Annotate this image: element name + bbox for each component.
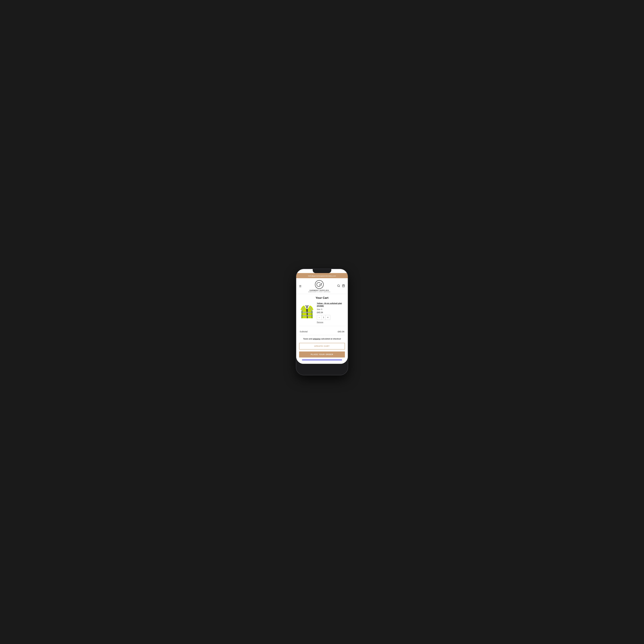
subtotal-row: Subtotal £43.34 (299, 328, 345, 335)
bottom-blue-bar (302, 359, 342, 360)
quantity-control: - 1 + (317, 315, 330, 320)
search-icon[interactable] (337, 284, 340, 288)
subtotal-value: £43.34 (338, 330, 344, 333)
phone-notch (313, 269, 331, 273)
product-vest-svg (300, 303, 314, 320)
cart-content: Your Cart (296, 294, 348, 364)
shipping-link[interactable]: shipping (313, 338, 320, 340)
header-inner: ☰ (299, 280, 345, 292)
top-bar: hello@garmentsupplyembroidery.com (296, 273, 348, 278)
quantity-increase-button[interactable]: + (326, 315, 330, 320)
item-size: Size: S (317, 308, 345, 310)
subtotal-label: Subtotal (300, 330, 308, 333)
logo-svg (315, 280, 324, 289)
logo-circle-icon (315, 280, 324, 289)
tax-notice: Taxes and shipping calculated at checkou… (299, 337, 345, 340)
tax-notice-part2: calculated at checkout (320, 338, 341, 340)
svg-line-2 (339, 286, 340, 287)
quantity-value: 1 (322, 315, 326, 320)
update-cart-button[interactable]: UPDATE CART (299, 343, 345, 349)
tax-notice-part1: Taxes and (303, 338, 313, 340)
place-order-button[interactable]: PLACE YOUR ORDER (299, 351, 345, 357)
size-label: Size: (317, 308, 321, 310)
cart-title: Your Cart (299, 296, 345, 300)
scene: hello@garmentsupplyembroidery.com ☰ (292, 269, 352, 375)
header-icons (337, 284, 345, 288)
phone-screen: hello@garmentsupplyembroidery.com ☰ (296, 269, 348, 364)
header: ☰ (296, 278, 348, 294)
product-image (299, 302, 315, 320)
menu-icon[interactable]: ☰ (299, 285, 301, 288)
svg-point-0 (315, 280, 323, 289)
cart-item: Yellow - Hi-vis softshell gilet (HV006) … (299, 302, 345, 326)
phone-shell: hello@garmentsupplyembroidery.com ☰ (296, 269, 348, 375)
contact-email: hello@garmentsupplyembroidery.com (308, 275, 336, 277)
size-value: S (321, 308, 322, 310)
cart-item-details: Yellow - Hi-vis softshell gilet (HV006) … (317, 302, 345, 323)
brand-logo[interactable]: GARMENT SUPPLIES EMBROIDERY & PRINT SERV… (308, 280, 330, 292)
item-name: Yellow - Hi-vis softshell gilet (HV006) (317, 302, 345, 307)
brand-name: GARMENT SUPPLIES (308, 290, 330, 291)
item-price: £43.34 (317, 311, 345, 314)
svg-rect-6 (307, 309, 307, 318)
cart-icon[interactable] (342, 284, 345, 288)
brand-tagline: EMBROIDERY & PRINT SERVICES (308, 291, 330, 292)
remove-item-link[interactable]: Remove (317, 321, 345, 323)
quantity-decrease-button[interactable]: - (317, 315, 322, 320)
